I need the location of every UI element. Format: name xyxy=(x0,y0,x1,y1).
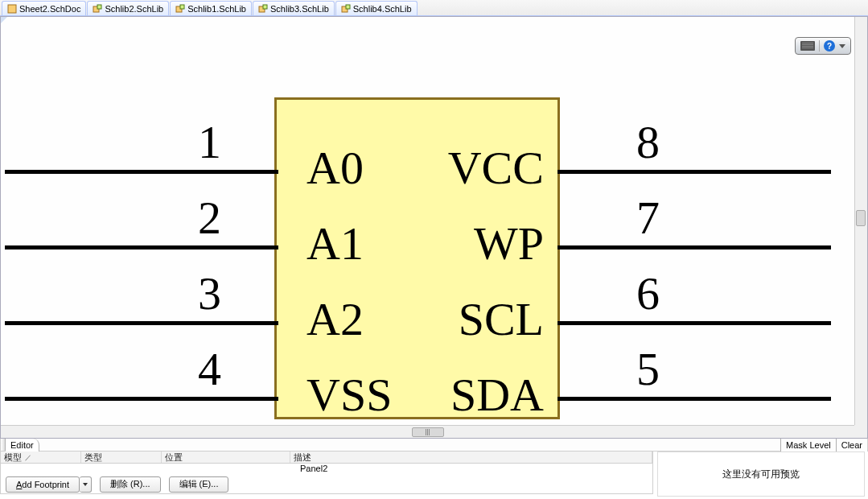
pin-line xyxy=(5,170,278,174)
schlib-icon xyxy=(93,4,102,14)
pin-line xyxy=(557,321,831,325)
pin-name: SCL xyxy=(459,292,544,346)
status-widget[interactable]: ? xyxy=(795,37,851,55)
keyboard-icon xyxy=(800,41,815,51)
tab-label: Schlib4.SchLib xyxy=(353,4,412,14)
add-footprint-button[interactable]: Add Footprint xyxy=(6,476,80,493)
scrollbar-thumb[interactable] xyxy=(856,210,866,226)
model-buttons: Add Footprint 删除 (R)... 编辑 (E)... xyxy=(0,475,653,494)
row-spacer xyxy=(1,464,300,475)
document-tabs: Sheet2.SchDoc Schlib2.SchLib Schlib1.Sch… xyxy=(0,0,868,16)
col-model[interactable]: 模型／ xyxy=(1,452,81,463)
mask-level-button[interactable]: Mask Level xyxy=(780,439,836,452)
preview-panel: 这里没有可用预览 xyxy=(657,452,865,497)
editor-tab[interactable]: Editor xyxy=(6,439,39,452)
editor-bar: Editor Mask Level Clear xyxy=(0,439,868,452)
pin-number: 4 xyxy=(198,342,221,396)
edit-button[interactable]: 编辑 (E)... xyxy=(169,476,229,493)
svg-rect-8 xyxy=(346,5,350,9)
svg-rect-2 xyxy=(97,5,101,9)
col-description[interactable]: 描述 xyxy=(290,452,652,463)
schlib-icon xyxy=(175,4,185,14)
pin-name: WP xyxy=(474,217,544,270)
chevron-down-icon[interactable] xyxy=(839,44,845,48)
svg-rect-0 xyxy=(8,5,16,13)
clear-button[interactable]: Clear xyxy=(836,439,867,452)
pin-name: A0 xyxy=(306,141,364,195)
tab-label: Schlib1.SchLib xyxy=(187,4,246,14)
pin-line xyxy=(5,397,278,401)
delete-button[interactable]: 删除 (R)... xyxy=(100,476,161,493)
pin-line xyxy=(557,397,831,401)
pin-number: 3 xyxy=(198,266,221,320)
svg-rect-6 xyxy=(263,5,267,9)
pin-number: 1 xyxy=(198,115,221,169)
pin-line xyxy=(5,245,278,250)
pin-name: VSS xyxy=(306,368,392,422)
component-symbol: 1 2 3 4 A0 A1 A2 VSS 8 7 6 5 VCC WP SCL … xyxy=(17,97,837,419)
vertical-scrollbar[interactable] xyxy=(854,17,867,425)
schdoc-icon xyxy=(7,4,17,14)
pin-number: 6 xyxy=(636,266,660,320)
tab-schlib3[interactable]: Schlib3.SchLib xyxy=(253,1,335,15)
pin-name: A2 xyxy=(306,292,364,346)
divider xyxy=(819,40,820,52)
chevron-down-icon xyxy=(83,483,88,486)
tab-label: Sheet2.SchDoc xyxy=(19,4,80,14)
origin-marker xyxy=(1,17,7,23)
pin-number: 8 xyxy=(636,115,660,169)
tab-schlib2[interactable]: Schlib2.SchLib xyxy=(87,1,169,15)
col-type[interactable]: 类型 xyxy=(81,452,162,463)
tab-label: Schlib2.SchLib xyxy=(105,4,163,14)
tab-schlib4[interactable]: Schlib4.SchLib xyxy=(335,1,418,15)
preview-placeholder: 这里没有可用预览 xyxy=(722,468,800,481)
tab-label: Schlib3.SchLib xyxy=(270,4,329,14)
pin-line xyxy=(557,245,831,250)
models-grid-row[interactable]: Panel2 xyxy=(0,464,653,475)
pin-number: 5 xyxy=(636,342,660,396)
add-footprint-split: Add Footprint xyxy=(6,476,92,493)
add-footprint-dropdown[interactable] xyxy=(80,476,92,493)
scrollbar-corner xyxy=(854,425,867,438)
col-location[interactable]: 位置 xyxy=(162,452,290,463)
pin-name: VCC xyxy=(448,141,544,195)
pin-name: A1 xyxy=(306,217,364,270)
models-grid-header: 模型／ 类型 位置 描述 xyxy=(0,452,653,464)
pin-name: SDA xyxy=(450,368,544,422)
pin-number: 2 xyxy=(198,191,221,245)
tab-schlib1[interactable]: Schlib1.SchLib xyxy=(170,1,252,15)
svg-rect-4 xyxy=(180,5,184,9)
tab-sheet2[interactable]: Sheet2.SchDoc xyxy=(2,1,86,15)
editor-tab-label: Editor xyxy=(10,440,34,450)
scrollbar-thumb[interactable] xyxy=(412,427,444,437)
schematic-canvas[interactable]: ? 1 2 3 4 A0 A1 A2 VSS 8 7 6 5 VCC WP SC… xyxy=(0,16,868,439)
pin-number: 7 xyxy=(636,191,660,245)
schlib-icon xyxy=(341,4,351,14)
pin-line xyxy=(5,321,278,325)
schlib-icon xyxy=(258,4,268,14)
help-icon[interactable]: ? xyxy=(824,40,835,52)
horizontal-scrollbar[interactable] xyxy=(1,425,854,438)
pin-line xyxy=(557,170,831,174)
row-description: Panel2 xyxy=(300,464,327,475)
